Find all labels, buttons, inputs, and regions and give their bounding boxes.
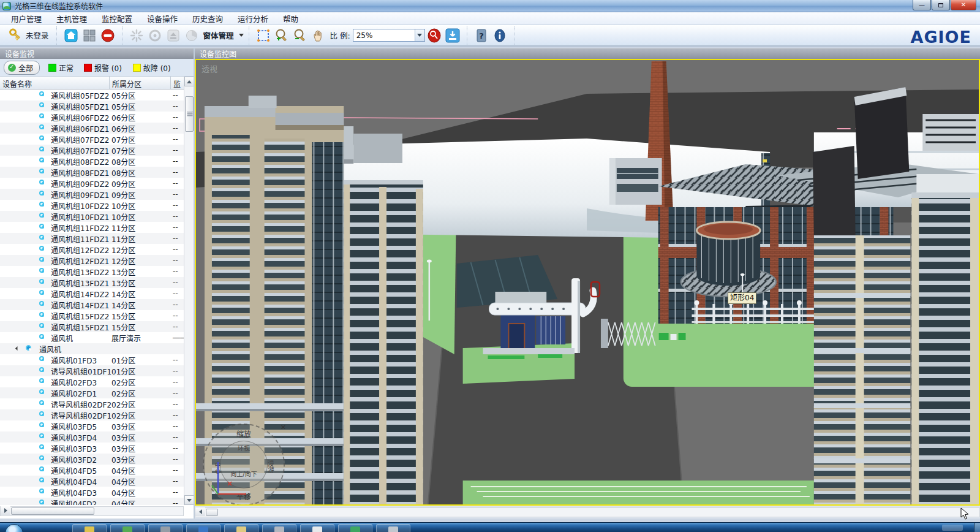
table-row[interactable]: 通风机组06FDZ2 06分区 -- (0, 112, 184, 123)
table-row[interactable]: 通风机04FD4 04分区 -- (0, 476, 184, 487)
menu-item[interactable]: 运行分析 (230, 12, 276, 26)
table-row[interactable]: 通风机组14FDZ2 14分区 -- (0, 288, 184, 299)
chevron-down-icon[interactable] (239, 34, 244, 37)
locate-button[interactable] (426, 28, 442, 44)
home-button[interactable] (63, 28, 79, 44)
taskbar-app-button[interactable] (186, 524, 221, 532)
status-filter-button[interactable]: 故障 (0) (133, 63, 171, 73)
hscroll-thumb[interactable] (11, 507, 94, 515)
zoom-in-button[interactable] (274, 28, 290, 44)
column-header-name[interactable]: 设备名称 (0, 77, 110, 89)
table-row[interactable]: 通风机组11FDZ2 11分区 -- (0, 222, 184, 233)
wheel-look-label[interactable]: 环视 (238, 443, 250, 452)
show-desktop-button[interactable] (974, 523, 980, 532)
pie-button[interactable] (184, 28, 200, 44)
taskbar-app-button[interactable] (262, 524, 296, 532)
3d-viewport[interactable]: 透视 矩形04 缩放 平移 环视 中心 漫游 向上/向下 ✕ (195, 59, 980, 506)
table-row[interactable]: 通风机组13FDZ2 13分区 -- (0, 266, 184, 277)
menu-item[interactable]: 帮助 (276, 12, 306, 26)
table-row[interactable]: 诱导风机组02DF1 02分区 -- (0, 409, 184, 420)
windows-taskbar[interactable] (0, 522, 980, 532)
viewport-hscrollbar[interactable] (195, 507, 980, 517)
taskbar-app-button[interactable] (72, 524, 107, 532)
table-row[interactable]: 通风机组15FDZ2 15分区 -- (0, 310, 184, 321)
scroll-down-button[interactable] (184, 495, 194, 505)
wheel-close-icon[interactable]: ✕ (281, 424, 286, 431)
scroll-right-button[interactable] (1, 506, 10, 515)
taskbar-app-button[interactable] (224, 524, 258, 532)
zoom-out-button[interactable] (292, 28, 308, 44)
column-header-monitor[interactable]: 监视 (171, 77, 184, 89)
table-row[interactable]: 通风机02FD3 02分区 -- (0, 376, 184, 387)
table-row[interactable]: 通风机组05FDZ1 05分区 -- (0, 101, 184, 112)
table-row[interactable]: 通风机03FD2 03分区 -- (0, 454, 184, 465)
table-row[interactable]: 通风机组07FDZ2 07分区 -- (0, 134, 184, 145)
table-row[interactable]: 通风机组09FDZ2 09分区 -- (0, 178, 184, 189)
table-row[interactable]: 通风机组10FDZ2 10分区 -- (0, 200, 184, 211)
help-button[interactable]: ? (473, 28, 489, 44)
column-header-zone[interactable]: 所属分区 (110, 77, 171, 89)
taskbar-app-button[interactable] (338, 524, 372, 532)
table-row[interactable]: 通风机04FD5 04分区 -- (0, 465, 184, 476)
taskbar-app-button[interactable] (110, 524, 145, 532)
table-row[interactable]: 通风机组06FDZ1 06分区 -- (0, 123, 184, 134)
vscroll-thumb[interactable] (185, 96, 194, 132)
table-row[interactable]: 通风机组15FDZ1 15分区 -- (0, 321, 184, 332)
table-row[interactable]: 通风机04FD2 04分区 -- (0, 498, 184, 505)
login-button[interactable] (6, 28, 22, 44)
table-row[interactable]: 通风机组13FDZ1 13分区 -- (0, 277, 184, 288)
expand-triangle-icon[interactable] (15, 346, 20, 351)
table-row[interactable]: 诱导风机组01DF1 01分区 -- (0, 365, 184, 376)
viewport-hscroll-thumb[interactable] (206, 509, 218, 516)
stop-button[interactable] (100, 28, 116, 44)
table-row[interactable]: 通风机组14FDZ1 14分区 -- (0, 299, 184, 310)
table-row[interactable]: 通风机03FD3 03分区 -- (0, 443, 184, 454)
close-button[interactable]: ✕ (951, 0, 976, 10)
scroll-up-button[interactable] (184, 77, 194, 86)
snapshot-button[interactable] (445, 28, 461, 44)
pan-button[interactable] (311, 28, 326, 44)
device-table-vscrollbar[interactable] (184, 77, 194, 505)
table-row[interactable]: 通风机03FD4 03分区 -- (0, 431, 184, 443)
menu-item[interactable]: 设备操作 (140, 12, 185, 26)
table-row[interactable]: 通风机组08FDZ2 08分区 -- (0, 156, 184, 167)
combo-dropdown-button[interactable] (415, 29, 424, 41)
table-row[interactable]: 通风机组12FDZ1 12分区 -- (0, 255, 184, 266)
table-row[interactable]: 通风机组12FDZ2 12分区 -- (0, 244, 184, 255)
table-row[interactable]: 通风机组11FDZ1 11分区 -- (0, 233, 184, 244)
table-row[interactable]: 通风机组09FDZ1 09分区 -- (0, 189, 184, 200)
taskbar-app-button[interactable] (148, 524, 183, 532)
start-button[interactable] (5, 524, 23, 532)
taskbar-app-button[interactable] (300, 524, 334, 532)
viewport-scroll-left-button[interactable] (195, 507, 205, 516)
cascade-windows-button[interactable] (81, 28, 97, 44)
table-row[interactable]: 通风机 展厅演示 ―― (0, 332, 184, 343)
login-label[interactable]: 未登录 (26, 29, 49, 41)
device-table-hscrollbar[interactable] (0, 506, 184, 516)
table-row[interactable]: 诱导风机组02DF2 02分区 -- (0, 398, 184, 409)
refresh-button[interactable] (129, 28, 145, 44)
about-button[interactable] (492, 28, 508, 44)
table-row[interactable]: 通风机组08FDZ1 08分区 -- (0, 167, 184, 178)
table-row[interactable]: 通风机03FD5 03分区 -- (0, 420, 184, 431)
window-manage-label[interactable]: 窗体管理 (203, 29, 234, 41)
record-button[interactable] (147, 28, 163, 44)
wheel-zoom-label[interactable]: 缩放 (236, 428, 251, 439)
table-row[interactable]: 通风机组07FDZ1 07分区 -- (0, 145, 184, 156)
wheel-walk-label[interactable]: 漫游 (266, 460, 275, 473)
table-row[interactable]: 通风机 (0, 343, 184, 354)
table-row[interactable]: 通风机04FD3 04分区 -- (0, 487, 184, 498)
table-row[interactable]: 通风机01FD3 01分区 -- (0, 354, 184, 365)
restore-button[interactable] (932, 0, 950, 10)
status-filter-button[interactable]: 全部 (4, 61, 40, 75)
menu-item[interactable]: 主机管理 (49, 12, 94, 26)
status-filter-button[interactable]: 报警 (0) (84, 63, 122, 73)
table-row[interactable]: 通风机02FD1 02分区 -- (0, 387, 184, 398)
select-region-button[interactable] (255, 28, 271, 44)
scale-combobox[interactable]: 25% (353, 29, 425, 42)
menu-item[interactable]: 历史查询 (185, 12, 230, 26)
eject-button[interactable] (165, 28, 181, 44)
menu-item[interactable]: 用户管理 (4, 12, 49, 26)
taskbar-app-button[interactable] (376, 524, 410, 532)
status-filter-button[interactable]: 正常 (48, 63, 74, 73)
